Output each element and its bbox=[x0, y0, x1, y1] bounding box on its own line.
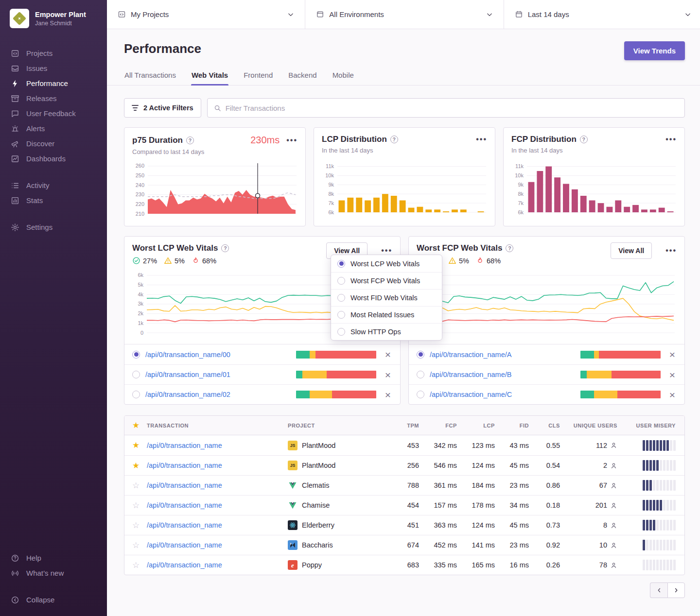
menu-option-worst-fid-web-vitals[interactable]: Worst FID Web Vitals bbox=[331, 289, 442, 306]
view-all-button[interactable]: View All bbox=[611, 242, 652, 259]
sidebar-item-alerts[interactable]: Alerts bbox=[0, 121, 107, 136]
view-trends-button[interactable]: View Trends bbox=[624, 41, 685, 60]
radio-button[interactable] bbox=[337, 294, 345, 302]
sidebar-item-stats[interactable]: Stats bbox=[0, 193, 107, 208]
radio-button[interactable] bbox=[417, 371, 424, 378]
column-header-fcp[interactable]: FCP bbox=[419, 423, 457, 428]
column-header-unique-users[interactable]: Unique Users bbox=[560, 423, 617, 428]
previous-page-button[interactable] bbox=[650, 582, 667, 598]
close-icon[interactable]: × bbox=[668, 349, 677, 359]
sidebar-item-issues[interactable]: Issues bbox=[0, 61, 107, 76]
star-icon[interactable]: ☆ bbox=[132, 501, 147, 510]
sidebar-item-help[interactable]: Help bbox=[0, 550, 107, 565]
sidebar-item-user-feedback[interactable]: User Feedback bbox=[0, 106, 107, 121]
transaction-link[interactable]: /api/0/transaction_name bbox=[147, 481, 288, 489]
radio-button[interactable] bbox=[337, 260, 345, 268]
next-page-button[interactable] bbox=[667, 582, 685, 598]
daterange-selector[interactable]: Last 14 days bbox=[504, 0, 700, 29]
help-icon[interactable]: ? bbox=[506, 244, 513, 252]
radio-button[interactable] bbox=[337, 277, 345, 285]
project-cell[interactable]: Baccharis bbox=[288, 540, 390, 550]
close-icon[interactable]: × bbox=[668, 390, 677, 400]
close-icon[interactable]: × bbox=[384, 370, 392, 380]
star-icon[interactable]: ★ bbox=[132, 421, 147, 429]
active-filters-button[interactable]: 2 Active Filters bbox=[124, 98, 201, 118]
transaction-link[interactable]: /api/0/transaction_name bbox=[147, 442, 288, 449]
transaction-link[interactable]: /api/0/transaction_name bbox=[147, 521, 288, 529]
sidebar-item-what-s-new[interactable]: What’s new bbox=[0, 565, 107, 581]
sidebar-item-collapse[interactable]: Collapse bbox=[0, 592, 107, 607]
radio-button[interactable] bbox=[417, 351, 424, 359]
sidebar-item-discover[interactable]: Discover bbox=[0, 136, 107, 151]
menu-option-worst-lcp-web-vitals[interactable]: Worst LCP Web Vitals bbox=[331, 255, 442, 272]
star-icon[interactable]: ★ bbox=[132, 441, 147, 449]
close-icon[interactable]: × bbox=[668, 370, 677, 380]
transaction-link[interactable]: /api/0/transaction_name/01 bbox=[145, 371, 230, 378]
tab-web-vitals[interactable]: Web Vitals bbox=[191, 71, 228, 85]
star-icon[interactable]: ☆ bbox=[132, 481, 147, 490]
card-menu-icon[interactable]: ••• bbox=[286, 137, 298, 144]
transaction-link[interactable]: /api/0/transaction_name bbox=[147, 541, 288, 549]
tab-all-transactions[interactable]: All Transactions bbox=[124, 71, 176, 85]
tab-backend[interactable]: Backend bbox=[288, 71, 317, 85]
help-icon[interactable]: ? bbox=[580, 136, 588, 143]
help-icon[interactable]: ? bbox=[186, 137, 194, 144]
transaction-link[interactable]: /api/0/transaction_name/A bbox=[430, 351, 511, 359]
radio-button[interactable] bbox=[337, 328, 345, 336]
transaction-link[interactable]: /api/0/transaction_name/C bbox=[430, 391, 512, 398]
sidebar-item-settings[interactable]: Settings bbox=[0, 220, 107, 235]
telescope-icon bbox=[10, 139, 19, 148]
card-menu-icon[interactable]: ••• bbox=[381, 247, 392, 255]
star-icon[interactable]: ★ bbox=[132, 462, 147, 470]
project-selector[interactable]: My Projects bbox=[107, 0, 305, 29]
card-menu-icon[interactable]: ••• bbox=[476, 136, 487, 143]
search-input[interactable] bbox=[226, 104, 678, 112]
column-header-user-misery[interactable]: User Misery bbox=[617, 423, 676, 428]
transaction-link[interactable]: /api/0/transaction_name/00 bbox=[145, 351, 230, 359]
star-icon[interactable]: ☆ bbox=[132, 541, 147, 549]
sidebar-item-dashboards[interactable]: Dashboards bbox=[0, 151, 107, 166]
project-cell[interactable]: Chamise bbox=[288, 500, 390, 510]
sidebar-item-projects[interactable]: Projects bbox=[0, 46, 107, 61]
radio-button[interactable] bbox=[132, 391, 140, 398]
sidebar-item-releases[interactable]: Releases bbox=[0, 91, 107, 106]
column-header-cls[interactable]: CLS bbox=[529, 423, 560, 428]
column-header-transaction[interactable]: Transaction bbox=[147, 423, 288, 428]
radio-button[interactable] bbox=[337, 311, 345, 319]
environment-selector[interactable]: All Environments bbox=[305, 0, 503, 29]
radio-button[interactable] bbox=[132, 351, 140, 359]
column-header-fid[interactable]: FID bbox=[495, 423, 529, 428]
transaction-link[interactable]: /api/0/transaction_name/02 bbox=[145, 391, 230, 398]
help-icon[interactable]: ? bbox=[390, 136, 398, 143]
project-cell[interactable]: JSPlantMood bbox=[288, 441, 390, 450]
menu-option-slow-http-ops[interactable]: Slow HTTP Ops bbox=[331, 323, 442, 340]
tab-frontend[interactable]: Frontend bbox=[243, 71, 273, 85]
project-cell[interactable]: ePoppy bbox=[288, 560, 390, 570]
transaction-link[interactable]: /api/0/transaction_name bbox=[147, 561, 288, 569]
column-header-lcp[interactable]: LCP bbox=[457, 423, 495, 428]
transaction-link[interactable]: /api/0/transaction_name bbox=[147, 501, 288, 509]
transaction-link[interactable]: /api/0/transaction_name bbox=[147, 462, 288, 469]
menu-option-most-related-issues[interactable]: Most Related Issues bbox=[331, 306, 442, 323]
column-header-project[interactable]: Project bbox=[288, 423, 390, 428]
star-icon[interactable]: ☆ bbox=[132, 521, 147, 530]
help-icon[interactable]: ? bbox=[221, 244, 229, 252]
project-cell[interactable]: Elderberry bbox=[288, 520, 390, 530]
close-icon[interactable]: × bbox=[384, 349, 392, 359]
project-cell[interactable]: JSPlantMood bbox=[288, 461, 390, 470]
star-icon[interactable]: ☆ bbox=[132, 561, 147, 569]
close-icon[interactable]: × bbox=[384, 390, 392, 400]
sidebar-item-performance[interactable]: Performance bbox=[0, 76, 107, 91]
column-header-tpm[interactable]: TPM bbox=[390, 423, 419, 428]
sidebar-item-activity[interactable]: Activity bbox=[0, 178, 107, 193]
transaction-link[interactable]: /api/0/transaction_name/B bbox=[430, 371, 511, 378]
sidebar-item-label: Help bbox=[26, 554, 41, 562]
project-cell[interactable]: Clematis bbox=[288, 480, 390, 490]
card-menu-icon[interactable]: ••• bbox=[665, 247, 677, 255]
radio-button[interactable] bbox=[417, 391, 424, 398]
tab-mobile[interactable]: Mobile bbox=[332, 71, 354, 85]
menu-option-worst-fcp-web-vitals[interactable]: Worst FCP Web Vitals bbox=[331, 272, 442, 289]
radio-button[interactable] bbox=[132, 371, 140, 378]
org-switcher[interactable]: Empower Plant Jane Schmidt bbox=[0, 7, 107, 33]
card-menu-icon[interactable]: ••• bbox=[665, 136, 677, 143]
